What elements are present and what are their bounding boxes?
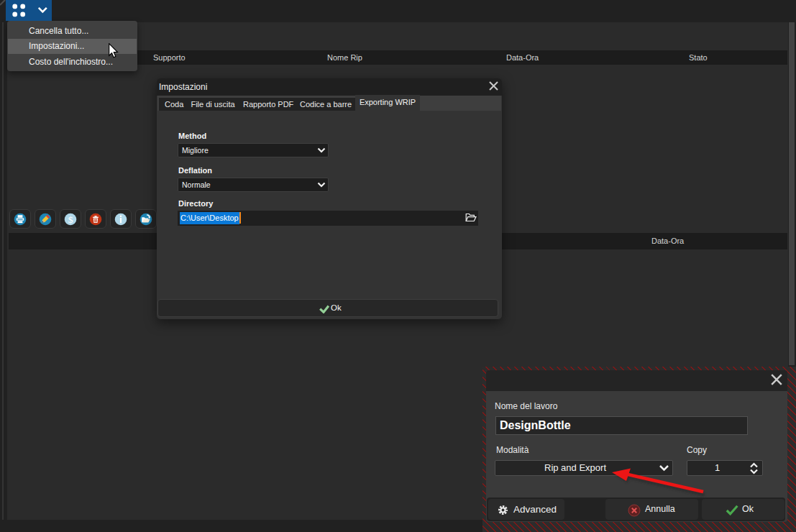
svg-text:$: $ bbox=[68, 214, 73, 225]
